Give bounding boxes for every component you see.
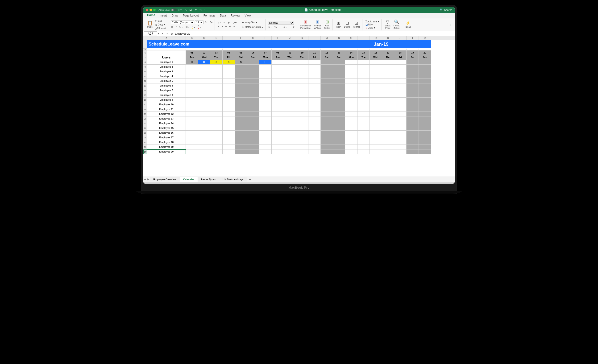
format-cells-button[interactable]: ⊡Format (352, 21, 361, 29)
calendar-cell[interactable] (407, 116, 419, 121)
calendar-cell[interactable] (308, 102, 321, 107)
column-header[interactable]: H (259, 36, 272, 40)
calendar-cell[interactable] (407, 149, 419, 154)
calendar-cell[interactable] (284, 65, 296, 69)
calendar-cell[interactable] (345, 69, 357, 74)
calendar-cell[interactable] (186, 112, 198, 116)
calendar-cell[interactable] (333, 98, 345, 102)
row-header[interactable]: 24 (143, 135, 147, 140)
column-header[interactable]: A (147, 36, 186, 40)
calendar-cell[interactable] (419, 98, 431, 102)
calendar-cell[interactable] (345, 98, 357, 102)
employee-name[interactable]: Employee 15 (147, 126, 186, 131)
employee-name[interactable]: Employee 3 (147, 69, 186, 74)
calendar-cell[interactable] (259, 121, 272, 126)
calendar-cell[interactable] (382, 88, 394, 93)
calendar-cell[interactable] (382, 126, 394, 131)
calendar-cell[interactable] (259, 145, 272, 149)
calendar-cell[interactable] (357, 140, 370, 145)
calendar-cell[interactable] (235, 102, 247, 107)
calendar-cell[interactable] (370, 83, 382, 88)
column-header[interactable]: C (198, 36, 210, 40)
calendar-cell[interactable] (419, 140, 431, 145)
calendar-cell[interactable] (394, 135, 407, 140)
calendar-cell[interactable] (259, 69, 272, 74)
sheet-tab-employee-overview[interactable]: Employee Overview (150, 177, 180, 182)
calendar-cell[interactable] (198, 88, 210, 93)
calendar-cell[interactable] (357, 107, 370, 112)
calendar-cell[interactable] (210, 107, 223, 112)
comma-button[interactable]: , (279, 25, 281, 29)
calendar-cell[interactable] (394, 107, 407, 112)
calendar-cell[interactable] (210, 126, 223, 131)
employee-name[interactable]: Employee 19 (147, 145, 186, 149)
calendar-cell[interactable] (247, 116, 259, 121)
calendar-cell[interactable] (210, 69, 223, 74)
calendar-cell[interactable] (296, 98, 308, 102)
calendar-cell[interactable] (333, 65, 345, 69)
font-size-select[interactable]: 12 (195, 21, 203, 24)
row-header[interactable]: 9 (143, 65, 147, 69)
calendar-cell[interactable] (407, 98, 419, 102)
calendar-cell[interactable] (284, 131, 296, 135)
calendar-cell[interactable] (345, 131, 357, 135)
sheet-nav-next[interactable]: ▶ (147, 178, 150, 181)
calendar-cell[interactable] (370, 69, 382, 74)
formula-bar[interactable]: Employee 20 (174, 32, 455, 35)
calendar-cell[interactable] (247, 131, 259, 135)
menu-tab-draw[interactable]: Draw (169, 13, 180, 18)
calendar-cell[interactable] (210, 116, 223, 121)
calendar-cell[interactable] (186, 88, 198, 93)
calendar-cell[interactable] (223, 131, 235, 135)
column-header[interactable]: Q (370, 36, 382, 40)
calendar-cell[interactable] (407, 135, 419, 140)
calendar-cell[interactable] (284, 145, 296, 149)
calendar-cell[interactable] (333, 135, 345, 140)
calendar-cell[interactable] (235, 149, 247, 154)
calendar-cell[interactable] (345, 126, 357, 131)
increase-indent-button[interactable]: ⇥ (233, 25, 236, 28)
calendar-cell[interactable] (308, 140, 321, 145)
calendar-cell[interactable] (308, 131, 321, 135)
calendar-cell[interactable] (419, 93, 431, 98)
calendar-cell[interactable] (321, 149, 333, 154)
column-header[interactable]: S (394, 36, 407, 40)
calendar-cell[interactable] (223, 149, 235, 154)
calendar-cell[interactable] (357, 149, 370, 154)
calendar-cell[interactable] (394, 116, 407, 121)
calendar-cell[interactable] (357, 98, 370, 102)
collapse-ribbon-button[interactable]: ⤢ (449, 23, 452, 26)
calendar-cell[interactable] (296, 135, 308, 140)
calendar-cell[interactable] (235, 65, 247, 69)
calendar-cell[interactable] (407, 93, 419, 98)
calendar-cell[interactable] (210, 149, 223, 154)
calendar-cell[interactable] (235, 74, 247, 79)
calendar-cell[interactable] (186, 65, 198, 69)
calendar-cell[interactable] (370, 149, 382, 154)
row-header[interactable]: 18 (143, 107, 147, 112)
calendar-cell[interactable] (308, 88, 321, 93)
calendar-cell[interactable] (321, 107, 333, 112)
calendar-cell[interactable] (345, 121, 357, 126)
calendar-cell[interactable] (235, 93, 247, 98)
calendar-cell[interactable] (407, 126, 419, 131)
calendar-cell[interactable] (284, 69, 296, 74)
calendar-cell[interactable] (321, 145, 333, 149)
calendar-cell[interactable] (394, 149, 407, 154)
calendar-cell[interactable] (247, 121, 259, 126)
calendar-cell[interactable] (247, 149, 259, 154)
employee-name[interactable]: Employee 16 (147, 131, 186, 135)
calendar-cell[interactable] (419, 65, 431, 69)
calendar-cell[interactable] (370, 131, 382, 135)
calendar-cell[interactable] (394, 65, 407, 69)
calendar-cell[interactable] (247, 140, 259, 145)
calendar-cell[interactable] (210, 112, 223, 116)
calendar-cell[interactable] (407, 112, 419, 116)
calendar-cell[interactable] (370, 135, 382, 140)
calendar-cell[interactable] (284, 74, 296, 79)
calendar-cell[interactable] (419, 131, 431, 135)
calendar-cell[interactable] (284, 116, 296, 121)
calendar-cell[interactable] (382, 131, 394, 135)
calendar-cell[interactable] (284, 79, 296, 83)
calendar-cell[interactable] (345, 112, 357, 116)
